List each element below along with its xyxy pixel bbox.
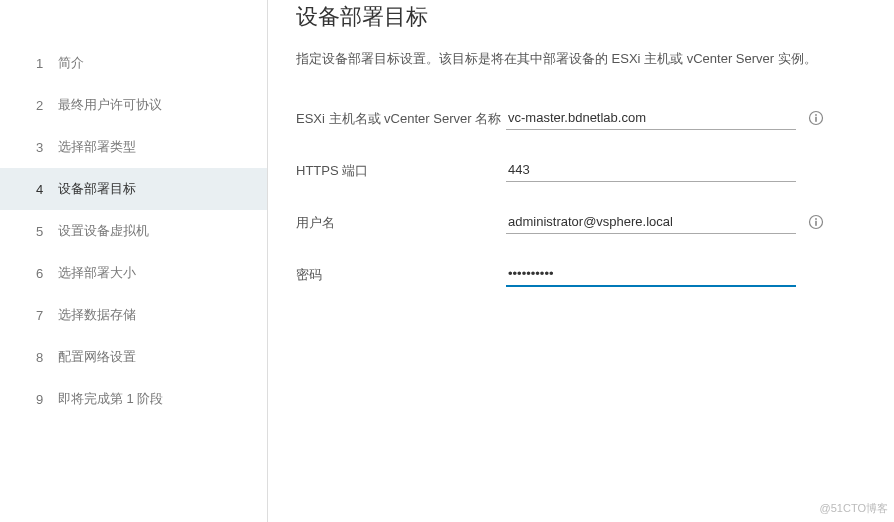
- wizard-sidebar: 1 简介 2 最终用户许可协议 3 选择部署类型 4 设备部署目标 5 设置设备…: [0, 0, 268, 522]
- step-3[interactable]: 3 选择部署类型: [0, 126, 267, 168]
- step-num: 3: [36, 140, 58, 155]
- step-num: 6: [36, 266, 58, 281]
- step-label: 选择部署大小: [58, 264, 136, 282]
- svg-point-1: [815, 114, 817, 116]
- step-7[interactable]: 7 选择数据存储: [0, 294, 267, 336]
- host-input[interactable]: [506, 106, 796, 130]
- step-label: 选择数据存储: [58, 306, 136, 324]
- row-port: HTTPS 端口: [296, 158, 866, 182]
- port-label: HTTPS 端口: [296, 158, 506, 181]
- info-icon[interactable]: [808, 214, 824, 230]
- step-num: 9: [36, 392, 58, 407]
- step-6[interactable]: 6 选择部署大小: [0, 252, 267, 294]
- step-label: 选择部署类型: [58, 138, 136, 156]
- step-num: 5: [36, 224, 58, 239]
- wizard-container: 1 简介 2 最终用户许可协议 3 选择部署类型 4 设备部署目标 5 设置设备…: [0, 0, 894, 522]
- step-9[interactable]: 9 即将完成第 1 阶段: [0, 378, 267, 420]
- svg-rect-5: [815, 221, 817, 226]
- row-user: 用户名: [296, 210, 866, 234]
- step-label: 设置设备虚拟机: [58, 222, 149, 240]
- watermark: @51CTO博客: [820, 501, 888, 516]
- user-label: 用户名: [296, 210, 506, 233]
- step-8[interactable]: 8 配置网络设置: [0, 336, 267, 378]
- step-label: 简介: [58, 54, 84, 72]
- port-input[interactable]: [506, 158, 796, 182]
- svg-point-4: [815, 218, 817, 220]
- password-label: 密码: [296, 262, 506, 285]
- step-num: 7: [36, 308, 58, 323]
- step-num: 1: [36, 56, 58, 71]
- svg-rect-2: [815, 117, 817, 122]
- step-2[interactable]: 2 最终用户许可协议: [0, 84, 267, 126]
- step-5[interactable]: 5 设置设备虚拟机: [0, 210, 267, 252]
- step-label: 设备部署目标: [58, 180, 136, 198]
- row-host: ESXi 主机名或 vCenter Server 名称: [296, 106, 866, 130]
- info-icon[interactable]: [808, 110, 824, 126]
- step-num: 4: [36, 182, 58, 197]
- step-label: 配置网络设置: [58, 348, 136, 366]
- user-input[interactable]: [506, 210, 796, 234]
- step-4[interactable]: 4 设备部署目标: [0, 168, 267, 210]
- step-label: 最终用户许可协议: [58, 96, 162, 114]
- password-input[interactable]: [506, 262, 796, 287]
- row-password: 密码: [296, 262, 866, 287]
- page-description: 指定设备部署目标设置。该目标是将在其中部署设备的 ESXi 主机或 vCente…: [296, 50, 866, 68]
- step-num: 2: [36, 98, 58, 113]
- step-label: 即将完成第 1 阶段: [58, 390, 163, 408]
- step-num: 8: [36, 350, 58, 365]
- host-label: ESXi 主机名或 vCenter Server 名称: [296, 106, 506, 129]
- page-title: 设备部署目标: [296, 2, 866, 32]
- step-1[interactable]: 1 简介: [0, 42, 267, 84]
- wizard-main: 设备部署目标 指定设备部署目标设置。该目标是将在其中部署设备的 ESXi 主机或…: [268, 0, 894, 522]
